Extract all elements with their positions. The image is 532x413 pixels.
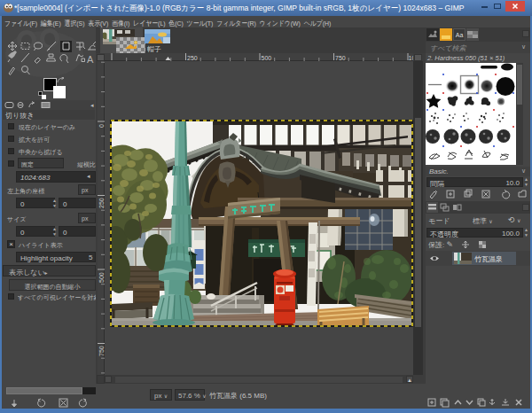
svg-text:A: A [87, 54, 94, 65]
svg-text:0: 0 [98, 124, 105, 128]
svg-text:500: 500 [262, 55, 272, 61]
svg-text:10: 10 [409, 55, 414, 61]
svg-text:250: 250 [98, 198, 105, 208]
svg-text:500: 500 [98, 272, 105, 283]
svg-text:750: 750 [335, 55, 346, 61]
svg-text:750: 750 [98, 346, 105, 356]
svg-text:250: 250 [187, 55, 198, 61]
